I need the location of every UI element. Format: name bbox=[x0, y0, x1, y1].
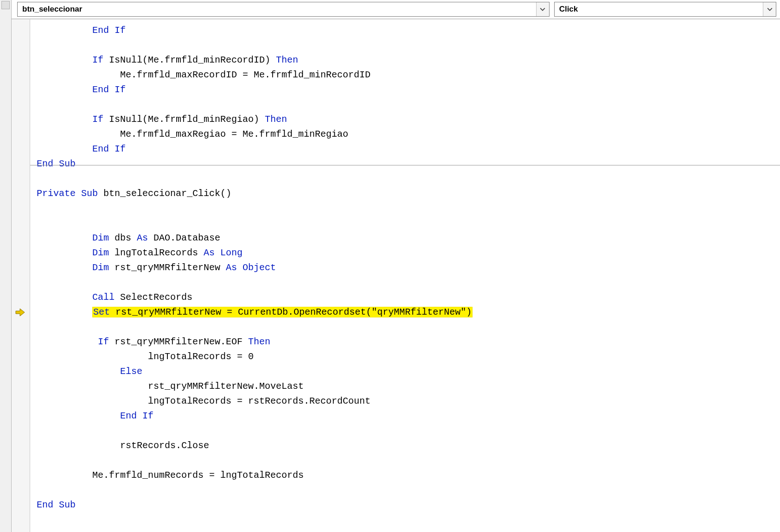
event-dropdown[interactable]: Click bbox=[554, 2, 776, 17]
object-dropdown[interactable]: btn_seleccionar bbox=[17, 2, 550, 17]
procedure-separator bbox=[30, 165, 780, 165]
object-event-toolbar: btn_seleccionar Click bbox=[12, 0, 780, 19]
execution-pointer-icon bbox=[14, 307, 26, 318]
breakpoint-gutter[interactable] bbox=[12, 19, 30, 532]
chevron-down-icon[interactable] bbox=[536, 2, 549, 16]
splitter-grip-top[interactable] bbox=[1, 1, 10, 9]
chevron-down-icon[interactable] bbox=[763, 2, 776, 16]
code-container: End If If IsNull(Me.frmfld_minRecordID) … bbox=[30, 19, 780, 532]
editor-column: btn_seleccionar Click End If If IsNull(M… bbox=[12, 0, 780, 532]
vba-editor-window: btn_seleccionar Click End If If IsNull(M… bbox=[0, 0, 780, 532]
object-dropdown-value: btn_seleccionar bbox=[18, 5, 536, 14]
left-splitter[interactable] bbox=[0, 10, 11, 532]
left-side-strip bbox=[0, 0, 12, 532]
event-dropdown-value: Click bbox=[555, 5, 763, 14]
code-editor[interactable]: End If If IsNull(Me.frmfld_minRecordID) … bbox=[30, 19, 780, 516]
code-area: End If If IsNull(Me.frmfld_minRecordID) … bbox=[12, 19, 780, 532]
